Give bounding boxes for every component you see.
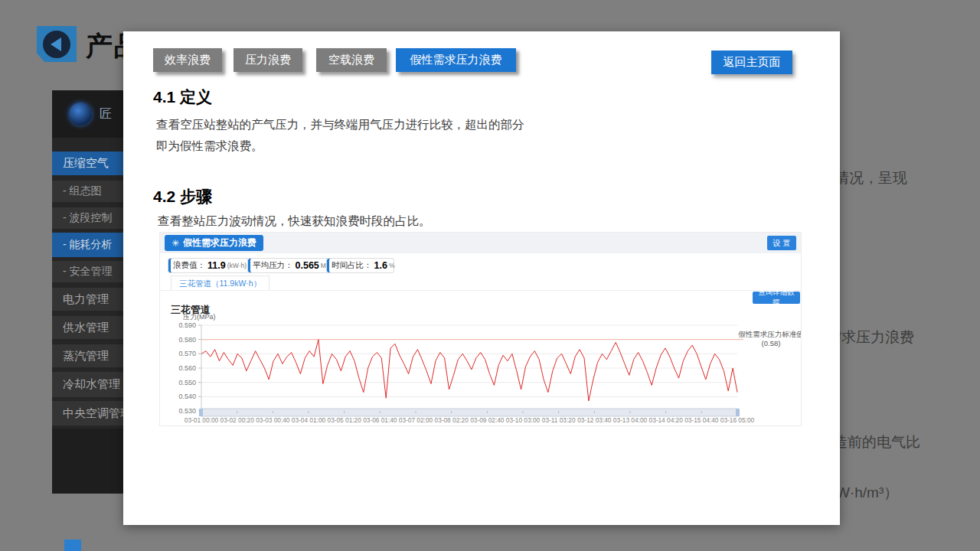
- sidebar: 匠 压缩空气 - 组态图 - 波段控制 - 能耗分析 - 安全管理 电力管理 供…: [52, 90, 132, 494]
- x-tick-label: 03-01 00:00: [185, 416, 219, 424]
- clipped-text-4: W·h/m³）: [836, 483, 898, 503]
- reference-value: (0.58): [762, 339, 781, 347]
- x-tick-label: 03-03 00:40: [256, 416, 290, 424]
- x-tick-label: 03-05 01:20: [328, 416, 362, 424]
- pressure-line-chart: 压力(MPa)0.5900.5800.5700.5600.5500.5400.5…: [160, 309, 801, 425]
- sidebar-item-water-supply-mgmt[interactable]: 供水管理: [52, 316, 132, 339]
- taskbar-fragment: [64, 540, 81, 551]
- section-4-1-heading: 4.1 定义: [153, 86, 212, 108]
- clipped-text-2: 需求压力浪费: [827, 328, 914, 347]
- tab-false-demand-pressure-waste[interactable]: 假性需求压力浪费: [396, 48, 516, 72]
- section-4-1-line1: 查看空压站整站的产气压力，并与终端用气压力进行比较，超出的部分: [156, 117, 524, 133]
- x-tick-label: 03-08 02:20: [435, 416, 469, 424]
- tab-pressure-waste[interactable]: 压力浪费: [234, 48, 302, 72]
- sidebar-item-band-control[interactable]: - 波段控制: [52, 207, 132, 229]
- sidebar-item-power-mgmt[interactable]: 电力管理: [52, 288, 132, 311]
- return-main-page-button[interactable]: 返回主页面: [711, 51, 792, 74]
- stat-waste-value: 浪费值： 11.9 (kW·h): [168, 258, 250, 273]
- x-tick-label: 03-09 02:40: [470, 416, 505, 424]
- clipped-text-3: 造前的电气比: [833, 432, 920, 452]
- x-tick-label: 03-06 01:40: [363, 416, 397, 424]
- datazoom-slider[interactable]: [201, 409, 737, 416]
- x-tick-label: 03-10 03:00: [506, 416, 541, 424]
- x-tick-label: 03-13 04:00: [613, 416, 648, 424]
- back-arrow-icon: [43, 31, 70, 58]
- x-tick-label: 03-12 03:40: [577, 416, 612, 424]
- reference-label: 假性需求压力标准值: [738, 330, 801, 338]
- x-tick-label: 03-16 05:00: [720, 416, 755, 424]
- pressure-series-line: [201, 340, 737, 401]
- query-detail-button[interactable]: 查询详细数据: [753, 292, 800, 304]
- y-tick-label: 0.580: [178, 336, 196, 344]
- sidebar-item-config-diagram[interactable]: - 组态图: [52, 181, 132, 202]
- tab-efficiency-waste[interactable]: 效率浪费: [153, 48, 222, 72]
- sidebar-item-steam-mgmt[interactable]: 蒸汽管理: [52, 344, 132, 367]
- sidebar-item-compressed-air[interactable]: 压缩空气: [52, 152, 132, 175]
- module-icon: ✳: [172, 238, 179, 249]
- sidebar-logo-text: 匠: [100, 106, 112, 122]
- y-tick-label: 0.540: [178, 393, 196, 400]
- company-logo-icon: [69, 103, 92, 126]
- x-tick-label: 03-14 04:20: [649, 416, 684, 424]
- screenshot-title-badge: ✳ 假性需求压力浪费: [165, 235, 263, 251]
- screenshot-title: 假性需求压力浪费: [183, 236, 256, 249]
- stat-time-ratio: 时间占比： 1.6 %: [326, 258, 394, 273]
- clipped-text-1: 情况，呈现: [835, 168, 907, 188]
- sidebar-footer: [52, 429, 132, 494]
- y-axis-label: 压力(MPa): [183, 313, 216, 321]
- y-tick-label: 0.530: [178, 407, 196, 415]
- section-4-2-line1: 查看整站压力波动情况，快速获知浪费时段的占比。: [158, 214, 431, 230]
- embedded-screenshot: ✳ 假性需求压力浪费 设 置 浪费值： 11.9 (kW·h) 平均压力： 0.…: [159, 232, 802, 426]
- content-modal: 效率浪费 压力浪费 空载浪费 假性需求压力浪费 返回主页面 4.1 定义 查看空…: [123, 31, 840, 525]
- y-tick-label: 0.570: [178, 350, 196, 357]
- y-tick-label: 0.590: [178, 321, 196, 329]
- section-4-1-line2: 即为假性需求浪费。: [156, 139, 263, 155]
- x-tick-label: 03-15 04:40: [684, 416, 719, 424]
- pipe-tab-sanhua[interactable]: 三花管道（11.9kW·h）: [171, 276, 270, 291]
- sidebar-item-hvac-mgmt[interactable]: 中央空调管理: [52, 401, 132, 425]
- sidebar-item-energy-analysis[interactable]: - 能耗分析: [52, 233, 132, 257]
- y-tick-label: 0.550: [178, 379, 196, 386]
- back-nav-badge[interactable]: [37, 26, 77, 62]
- x-tick-label: 03-07 02:00: [399, 416, 433, 424]
- tab-row-divider: [160, 290, 801, 291]
- sidebar-item-safety-mgmt[interactable]: - 安全管理: [52, 261, 132, 282]
- sidebar-header: 匠: [52, 90, 132, 138]
- settings-button[interactable]: 设 置: [767, 236, 796, 250]
- tab-idle-waste[interactable]: 空载浪费: [316, 48, 387, 72]
- x-tick-label: 03-11 03:20: [542, 416, 576, 424]
- x-tick-label: 03-04 01:00: [292, 416, 326, 424]
- y-tick-label: 0.560: [178, 364, 196, 372]
- sidebar-item-cooling-water-mgmt[interactable]: 冷却水管理: [52, 372, 132, 397]
- stat-average-pressure: 平均压力： 0.565 Mpa: [247, 258, 329, 273]
- section-4-2-heading: 4.2 步骤: [153, 186, 212, 207]
- x-tick-label: 03-02 00:20: [220, 416, 255, 424]
